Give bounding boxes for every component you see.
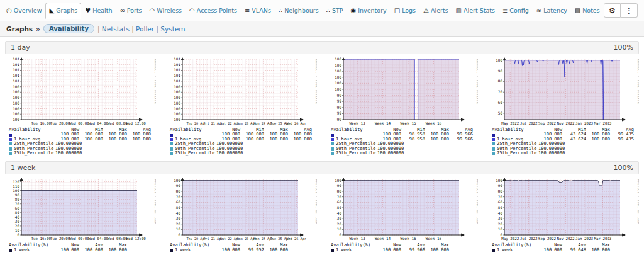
breadcrumb-link-system[interactable]: System	[160, 25, 185, 33]
svg-text:Jan 2023: Jan 2023	[575, 237, 593, 241]
svg-text:100: 100	[174, 117, 180, 122]
heart-icon: ♥	[85, 8, 91, 14]
svg-text:101: 101	[174, 73, 180, 77]
nav-item-vlans[interactable]: ≡VLANs	[241, 3, 275, 18]
rrdtool-watermark: RRDTOOL / TOBI OETIKER	[476, 59, 478, 104]
svg-text:40: 40	[176, 211, 181, 215]
legend-series-title: Availability	[331, 128, 377, 132]
svg-text:10: 10	[176, 227, 181, 232]
svg-text:101: 101	[13, 73, 19, 77]
nav-item-graphs[interactable]: ◣Graphs	[45, 3, 81, 19]
nav-item-wireless[interactable]: ◠Wireless	[146, 3, 186, 18]
legend-row-value: 100.000	[103, 137, 127, 142]
svg-text:90: 90	[337, 184, 342, 188]
nav-item-label: Graphs	[56, 7, 77, 14]
legend-row: 75th_Percentile100.000000	[170, 151, 317, 156]
nav-item-overview[interactable]: ◷Overview	[3, 3, 45, 18]
svg-text:99: 99	[337, 93, 342, 98]
svg-text:50: 50	[498, 205, 503, 210]
availability-month-graph[interactable]: 1001001001001001009999999999Week 13Week …	[327, 57, 478, 127]
legend-row-value: 100.000000	[538, 151, 565, 156]
nav-item-config[interactable]: ≣Config	[499, 3, 533, 18]
svg-text:101: 101	[13, 57, 19, 61]
svg-text:Wed 00:00: Wed 00:00	[69, 237, 89, 241]
availability-week-avg-month-graph[interactable]: 1009080706050403020100Week 13Week 14Week…	[327, 178, 478, 242]
svg-text:100: 100	[174, 89, 180, 94]
svg-text:10: 10	[337, 227, 342, 232]
wifi-icon: ◠	[150, 8, 155, 14]
svg-text:Week 16: Week 16	[426, 236, 442, 241]
nav-item-ports[interactable]: ∞Ports	[116, 3, 145, 18]
availability-year-graph[interactable]: 1009080706050May 2022Jul 2022Sep 2022Nov…	[488, 57, 639, 127]
bars-icon: ≡	[245, 8, 250, 14]
breadcrumb-links: | Netstats | Poller | System	[97, 25, 186, 33]
settings-button[interactable]: ⚙	[604, 3, 621, 18]
legend-row-value: 43.624	[562, 137, 586, 142]
svg-text:50: 50	[15, 210, 20, 215]
legend-swatch	[331, 152, 334, 155]
nav-item-stp[interactable]: ∴STP	[323, 3, 347, 18]
legend-row-label: 1 week	[175, 248, 216, 253]
latency-icon: ≈	[536, 8, 541, 14]
svg-text:40: 40	[498, 211, 503, 215]
svg-text:Nov 2022: Nov 2022	[557, 237, 575, 241]
availability-week-avg-day-graph[interactable]: 1201101009080706050403020100Tue 16:00Tue…	[5, 178, 156, 242]
breadcrumb-root[interactable]: Graphs	[6, 25, 33, 33]
svg-text:Nov 2022: Nov 2022	[557, 122, 575, 125]
legend-row: 75th_Percentile100.000000	[9, 151, 156, 156]
nav-item-alert-stats[interactable]: ▥Alert Stats	[452, 3, 499, 18]
availability-week-avg-year-graph[interactable]: 1009080706050403020100May 2022Jul 2022Se…	[488, 178, 639, 242]
nav-item-neighbours[interactable]: ∴Neighbours	[275, 3, 323, 18]
rrdtool-watermark: RRDTOOL / TOBI OETIKER	[476, 179, 478, 224]
alert-icon: ⚠	[423, 8, 429, 14]
breadcrumb-link-netstats[interactable]: Netstats	[102, 25, 130, 33]
breadcrumb-link-poller[interactable]: Poller	[136, 25, 154, 33]
svg-text:101: 101	[13, 67, 19, 72]
availability-week-avg-week-graph[interactable]: 1009080706050403020100Thu 20 AprFri 21 A…	[166, 178, 317, 242]
legend-row-value: 99.435	[610, 137, 634, 142]
legend-row-value: 100.000	[377, 248, 401, 253]
legend-row-value: 100.000	[586, 248, 610, 253]
nav-item-inventory[interactable]: ◉Inventory	[347, 3, 391, 18]
legend-row-value: 100.000	[264, 248, 288, 253]
svg-text:100: 100	[335, 75, 341, 79]
rrdtool-watermark: RRDTOOL / TOBI OETIKER	[154, 179, 156, 224]
nav-item-health[interactable]: ♥Health	[81, 3, 116, 18]
more-options-button[interactable]: ⋮	[621, 3, 638, 18]
nav-item-latency[interactable]: ≈Latency	[533, 3, 571, 18]
legend-header: Availability(%)NowAveMax	[170, 243, 317, 247]
svg-text:100: 100	[496, 58, 502, 62]
nav-item-label: Notes	[582, 7, 599, 14]
legend-series-title: Availability	[9, 128, 55, 132]
rrdtool-watermark: RRDTOOL / TOBI OETIKER	[154, 59, 156, 104]
nav-item-label: Inventory	[358, 7, 386, 14]
nav-controls: ⚙ ⋮	[604, 3, 641, 18]
availability-week-graph[interactable]: 101101101101101100100100100100100100Thu …	[166, 57, 317, 127]
nav-item-access-points[interactable]: ◠Access Points	[186, 3, 241, 18]
gauge-icon: ◷	[6, 8, 12, 14]
graph-legend: Availability(%)NowAveMax1 week100.00099.…	[166, 243, 317, 253]
nav-item-alerts[interactable]: ⚠Alerts	[419, 3, 452, 18]
svg-text:100: 100	[174, 106, 180, 111]
svg-text:70: 70	[337, 195, 342, 199]
svg-text:10: 10	[15, 228, 20, 232]
svg-text:30: 30	[176, 217, 181, 221]
legend-series-title: Availability	[170, 128, 216, 132]
nav-item-label: Alerts	[431, 7, 448, 14]
nav-item-logs[interactable]: □Logs	[391, 3, 419, 18]
nav-item-notes[interactable]: ▤Notes	[571, 3, 604, 18]
breadcrumb-active-availability[interactable]: Availability	[43, 24, 94, 33]
svg-text:Sep 2022: Sep 2022	[538, 122, 556, 126]
legend-swatch	[9, 249, 12, 252]
svg-text:100: 100	[13, 106, 19, 111]
graph-legend: AvailabilityNowMinMaxAvg100.000100.00010…	[166, 128, 317, 156]
availability-week-avg-month-block: 1009080706050403020100Week 13Week 14Week…	[327, 178, 478, 253]
legend-row-value: 100.000	[55, 248, 79, 253]
svg-text:Jan 2023: Jan 2023	[575, 122, 593, 125]
link-icon: ∞	[119, 8, 125, 14]
config-icon: ≣	[502, 8, 508, 14]
svg-text:100: 100	[174, 111, 180, 116]
svg-text:101: 101	[13, 62, 19, 67]
legend-row-value: 100.000	[425, 137, 449, 142]
availability-day-graph[interactable]: 101101101101101100100100100100100100Tue …	[5, 57, 156, 127]
